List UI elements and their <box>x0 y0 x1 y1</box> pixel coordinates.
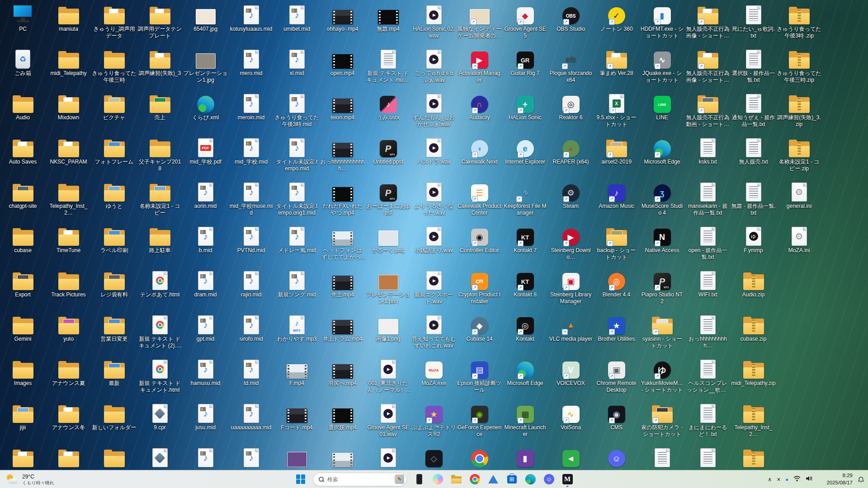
chevron-up-icon[interactable]: ∧ <box>768 476 772 483</box>
desktop-icon[interactable]: ◎↗Kontakt <box>502 313 548 343</box>
desktop-icon[interactable]: だれだFXいれたやつ.mp4 <box>320 180 365 216</box>
desktop-icon[interactable]: ▶答え知っててもむずいわこれ.wav <box>411 313 457 349</box>
desktop-icon[interactable]: ♪↗Amazon Music <box>594 180 639 210</box>
desktop-icon[interactable]: ▦↗Minecraft Launcher <box>502 401 548 437</box>
desktop-icon[interactable]: ♪aorin.mid <box>183 180 228 210</box>
desktop-icon[interactable]: ♪mero.mid <box>228 47 274 77</box>
desktop-icon[interactable]: ◉↗GeForce Experience <box>457 401 502 437</box>
desktop-icon[interactable]: ⚙↗Steam <box>548 180 594 210</box>
desktop-icon[interactable]: ♪MP3わかりやす.mp3 <box>274 313 320 343</box>
desktop-icon[interactable]: midi_Telepathy.zip <box>731 357 776 387</box>
desktop-icon[interactable]: ↗syasinn - ショートカット <box>639 313 685 349</box>
desktop-icon[interactable]: Telepathy_Inst_2… <box>46 180 91 216</box>
desktop-icon[interactable]: Export <box>0 268 46 298</box>
desktop-icon[interactable]: ⚙MoZA.ini <box>776 224 822 254</box>
desktop-icon[interactable]: ▶よりうるさくなった.wav <box>411 180 457 216</box>
desktop-icon[interactable]: ↗無人販売不正行為画像 - ショートカッ… <box>685 3 731 39</box>
desktop-icon[interactable]: ゆうと <box>91 180 137 210</box>
desktop-icon[interactable]: 調声用データテンプレート <box>137 3 183 39</box>
desktop-icon[interactable]: レジ袋有料 <box>91 268 137 298</box>
desktop-icon[interactable] <box>639 446 685 469</box>
desktop-icon[interactable]: ↗無人販売不正行為動画 - ショートカット <box>685 91 731 127</box>
desktop-icon[interactable]: 選択肢 - 親作品一覧.txt <box>731 47 776 83</box>
desktop-icon[interactable]: Images <box>0 357 46 387</box>
desktop-icon[interactable]: 調声練習(失敗)_3.zip <box>776 91 822 127</box>
desktop-icon[interactable]: ▶小銭詰まり.wav <box>411 224 457 254</box>
desktop-icon[interactable]: Track Pictures <box>46 268 91 298</box>
desktop-icon[interactable]: chatgpt-site <box>0 180 46 210</box>
notification-bell-icon[interactable] <box>858 470 864 488</box>
desktop-icon[interactable] <box>274 446 320 469</box>
desktop-icon[interactable]: 井上.mp4 <box>320 268 365 298</box>
desktop-icon[interactable]: jijii <box>0 401 46 431</box>
edge-icon[interactable] <box>524 473 537 486</box>
desktop-icon[interactable]: Fコード.mp4 <box>274 401 320 431</box>
desktop-icon[interactable]: ☰↗Cakewalk Product Center <box>457 180 502 216</box>
desktop-icon[interactable]: アナウンス夏 <box>46 357 91 387</box>
desktop-icon[interactable]: 路上駐車 <box>137 224 183 254</box>
desktop-icon[interactable]: ↗無人販売不正行為画像 - ショートカット <box>685 47 731 83</box>
desktop-icon[interactable] <box>46 446 91 469</box>
desktop-icon[interactable]: ▶バスドラ.wav <box>411 136 457 165</box>
onedrive-icon[interactable]: ● <box>785 477 788 482</box>
desktop-icon[interactable]: e↗Internet Explorer <box>502 136 548 165</box>
desktop-icon[interactable]: ♪b.mid <box>183 224 228 254</box>
desktop-icon[interactable]: ピクチャ <box>91 91 137 121</box>
desktop-icon[interactable]: ▶新規エクスポート.wav <box>411 268 457 305</box>
desktop-icon[interactable]: ▣↗Steinberg Library Manager <box>548 268 594 305</box>
desktop-icon[interactable]: midi_Telepathy <box>46 47 91 77</box>
desktop-icon[interactable]: ♪タイトル未設定.tempo.orig1.mid <box>274 180 320 216</box>
desktop-icon[interactable]: アナウンス冬 <box>46 401 91 431</box>
desktop-icon[interactable]: Audio <box>0 91 46 121</box>
wifi-icon[interactable] <box>793 475 801 483</box>
drive-icon[interactable] <box>487 473 500 486</box>
desktop-icon[interactable]: 選択肢.mp4 <box>320 401 365 431</box>
desktop-icon[interactable]: PDFmid_学校.pdf <box>183 136 228 165</box>
desktop-icon[interactable]: ▶↗Activation Manager <box>457 47 502 83</box>
desktop-icon[interactable]: フォトフレーム <box>91 136 137 165</box>
desktop-icon[interactable]: Mixdown <box>46 91 91 121</box>
chrome-icon[interactable] <box>468 473 481 486</box>
desktop-icon[interactable]: 無人販売.txt <box>731 136 776 165</box>
desktop-icon[interactable]: ∿↗JQuake.exe - ショートカット <box>639 47 685 83</box>
desktop-icon[interactable]: ◇ <box>411 446 457 469</box>
desktop-icon[interactable]: ◎↗Reaktor 6 <box>548 91 594 121</box>
desktop-icon[interactable]: ♪新規ソング.mid <box>274 268 320 298</box>
desktop-icon[interactable]: 井上ドラム.mp4 <box>320 313 365 343</box>
desktop-icon[interactable]: ▤↗Epson 接続診断ツール <box>457 357 502 393</box>
desktop-icon[interactable]: WIFI.txt <box>685 268 731 298</box>
desktop-icon[interactable]: maniuta <box>46 3 91 33</box>
desktop-icon[interactable]: ↗Microsoft Edge <box>502 357 548 387</box>
desktop-icon[interactable]: F.mp4 <box>274 357 320 387</box>
desktop-icon[interactable] <box>731 446 776 469</box>
desktop-icon[interactable]: 9.cpr <box>137 401 183 431</box>
desktop-icon[interactable]: ♪xl.mid <box>274 47 320 77</box>
weather-widget[interactable]: 29°C くもり時々晴れ <box>4 470 57 488</box>
desktop-icon[interactable]: ♪タイトル未設定.tempo.mid <box>274 136 320 172</box>
desktop-icon[interactable]: 売上 <box>137 91 183 121</box>
desktop-icon[interactable]: KT↗Kontakt 7 <box>502 224 548 254</box>
desktop-icon[interactable]: ★↗Brother Utilities <box>594 313 639 343</box>
desktop-icon[interactable]: ohhayo-.mp4 <box>320 3 365 33</box>
volume-icon[interactable] <box>806 475 813 483</box>
desktop-icon[interactable]: きゅうり食ってた午後三時 <box>91 47 137 83</box>
desktop-icon[interactable]: ∿↗VoiSona <box>548 401 594 431</box>
desktop-icon[interactable]: ▶HALion Sonic 02.wav <box>411 3 457 39</box>
desktop-icon[interactable]: ◆↗Groove Agent SE 5 <box>502 3 548 39</box>
desktop-icon[interactable]: 父子キャンプ2018 <box>137 136 183 172</box>
desktop-icon[interactable]: ∩↗Audacity <box>457 91 502 121</box>
desktop-icon[interactable]: OBS↗OBS Studio <box>548 3 594 33</box>
search-input[interactable] <box>327 476 391 483</box>
desktop-icon[interactable]: ♪uaaaaaaaaa.mid <box>228 401 274 431</box>
desktop-icon[interactable]: 無題 - 親作品一覧.txt <box>731 180 776 216</box>
desktop-icon[interactable]: 新規 テキスト ドキュメント.musicxml <box>365 47 411 83</box>
desktop-icon[interactable]: open.mp4 <box>320 47 365 77</box>
desktop-icon[interactable]: 通知うぜえ - 親作品一覧.txt <box>731 91 776 127</box>
desktop-icon[interactable] <box>320 446 365 469</box>
desktop-icon[interactable]: 名称未設定1 - コピー <box>137 180 183 216</box>
desktop-icon[interactable] <box>685 446 731 469</box>
desktop-icon[interactable]: ♪meroin.mid <box>228 91 274 121</box>
desktop-icon[interactable] <box>457 446 502 469</box>
desktop-icon[interactable]: PNT2おーばーまにあ.ppsf <box>365 180 411 216</box>
taskbar-clock[interactable]: 8:29 2025/08/17 <box>826 470 853 488</box>
